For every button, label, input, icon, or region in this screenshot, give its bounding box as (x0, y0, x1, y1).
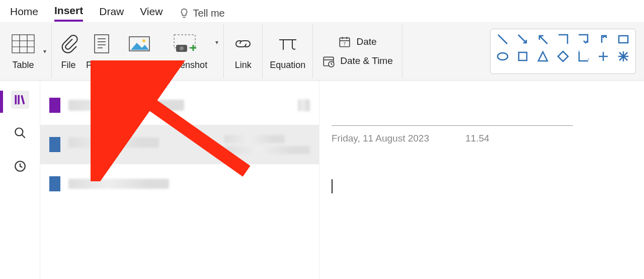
pi-icon (275, 33, 300, 55)
screenshot-button[interactable]: Screenshot (159, 25, 209, 78)
shape-axes[interactable]: yx (576, 49, 590, 63)
svg-point-28 (498, 53, 508, 60)
rail-notebooks[interactable] (11, 91, 29, 109)
group-link: Link (224, 25, 263, 78)
svg-text:7: 7 (344, 41, 346, 46)
datetime-label: Date & Time (340, 55, 393, 66)
rail-search[interactable] (11, 124, 29, 142)
shape-diamond[interactable] (556, 49, 570, 63)
tab-insert[interactable]: Insert (54, 5, 83, 22)
shape-star-axes[interactable] (616, 49, 630, 63)
tab-draw[interactable]: Draw (99, 6, 124, 21)
picture-button[interactable]: Picture (123, 25, 155, 78)
tell-me-label: Tell me (193, 8, 224, 19)
page-title-line[interactable] (332, 116, 573, 126)
shape-plus[interactable] (596, 49, 610, 63)
nav-rail (0, 81, 40, 279)
table-label: Table (12, 60, 34, 71)
file-button[interactable]: File (57, 25, 80, 78)
lightbulb-icon (179, 8, 190, 19)
page-color-swatch (49, 137, 60, 152)
file-label: File (61, 60, 75, 71)
redacted-meta (224, 146, 310, 154)
shape-arrow-up[interactable] (536, 32, 550, 46)
page-color-swatch (49, 176, 60, 191)
screenshot-dropdown[interactable]: ▾ (215, 39, 218, 46)
workspace: Friday, 11 August 2023 11.54 (0, 81, 644, 279)
svg-point-15 (180, 46, 184, 50)
shape-triangle[interactable] (536, 49, 550, 63)
svg-rect-5 (95, 35, 109, 53)
books-icon (13, 93, 27, 107)
date-button[interactable]: 7 Date (338, 35, 376, 48)
picture-label: Picture (125, 60, 153, 71)
svg-point-40 (15, 128, 23, 135)
shapes-gallery[interactable]: yx (490, 29, 636, 74)
svg-text:x: x (588, 57, 589, 60)
svg-line-25 (518, 35, 526, 43)
printout-label: Printout (86, 60, 117, 71)
ribbon-tabs: Home Insert Draw View Tell me (0, 0, 644, 22)
svg-text:y: y (578, 50, 580, 52)
shape-elbow-arrow[interactable] (576, 32, 590, 46)
shape-elbow[interactable] (556, 32, 570, 46)
text-cursor (332, 179, 333, 193)
shape-line[interactable] (496, 32, 510, 46)
datetime-button[interactable]: Date & Time (322, 54, 393, 67)
shape-ellipse[interactable] (496, 49, 510, 63)
svg-point-12 (142, 39, 145, 42)
group-equation: Equation (263, 25, 313, 78)
ribbon: Table ▾ File Printout Picture Screenshot… (0, 22, 644, 81)
tab-home[interactable]: Home (10, 6, 38, 21)
page-list (40, 81, 319, 279)
list-item[interactable] (40, 86, 319, 125)
page-meta: Friday, 11 August 2023 11.54 (332, 133, 632, 144)
page-canvas[interactable]: Friday, 11 August 2023 11.54 (319, 81, 644, 279)
redacted-title (68, 179, 169, 189)
link-label: Link (235, 60, 252, 71)
picture-icon (128, 33, 151, 55)
shape-u-arrow[interactable] (596, 32, 610, 46)
page-time: 11.54 (465, 133, 490, 144)
date-label: Date (356, 36, 376, 47)
svg-rect-0 (12, 35, 34, 53)
redacted-meta (224, 135, 285, 143)
table-icon (11, 33, 35, 55)
tell-me[interactable]: Tell me (179, 8, 224, 19)
svg-marker-30 (538, 52, 547, 61)
printout-icon (92, 33, 112, 55)
screenshot-icon (172, 33, 197, 55)
equation-label: Equation (270, 60, 305, 71)
page-date: Friday, 11 August 2023 (332, 133, 429, 144)
page-color-swatch (49, 98, 60, 113)
table-dropdown[interactable]: ▾ (43, 48, 46, 55)
group-files: File Printout Picture Screenshot ▾ (52, 25, 224, 78)
list-item[interactable] (40, 125, 319, 164)
shape-rect[interactable] (616, 32, 630, 46)
search-icon (14, 126, 27, 140)
svg-marker-31 (558, 51, 568, 61)
tab-view[interactable]: View (140, 6, 163, 21)
group-table: Table ▾ (4, 25, 52, 78)
shape-arrow[interactable] (516, 32, 530, 46)
clock-icon (14, 160, 27, 173)
svg-line-26 (539, 36, 547, 44)
svg-line-24 (498, 35, 507, 44)
table-button[interactable]: Table (9, 25, 37, 78)
redacted-title (68, 137, 159, 148)
redacted-title (68, 100, 184, 111)
group-date: 7 Date Date & Time (313, 25, 403, 78)
link-button[interactable]: Link (229, 25, 257, 78)
rail-recent[interactable] (11, 157, 29, 175)
screenshot-label: Screenshot (162, 60, 207, 71)
link-icon (231, 33, 255, 55)
svg-line-41 (22, 134, 25, 138)
list-item[interactable] (40, 164, 319, 203)
equation-button[interactable]: Equation (268, 25, 307, 78)
printout-button[interactable]: Printout (84, 25, 119, 78)
paperclip-icon (59, 33, 78, 55)
svg-rect-29 (519, 52, 527, 60)
calendar-icon: 7 (338, 35, 351, 48)
redacted-icon (298, 99, 310, 111)
shape-square[interactable] (516, 49, 530, 63)
